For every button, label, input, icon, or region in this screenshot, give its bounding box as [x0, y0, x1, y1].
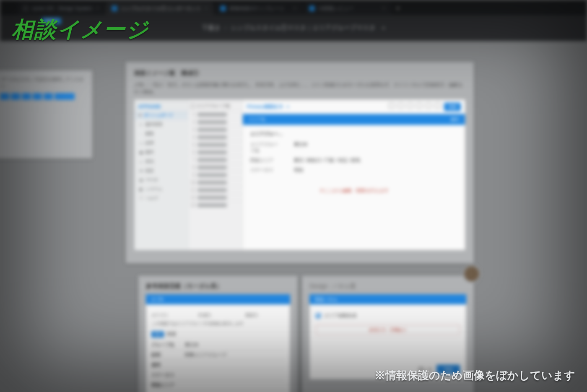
breadcrumb[interactable]: 下書き / シンプルスタイル①マスタ｜エリアグループマスタ ▾	[202, 24, 385, 32]
sidebar-item[interactable]: ◧システム	[135, 184, 188, 194]
dot-icon	[139, 114, 141, 117]
list-item[interactable]: 7	[188, 156, 242, 164]
sidebar-item-label: 案件	[145, 149, 154, 155]
doc-icon: ▭	[139, 141, 143, 145]
sidebar-item[interactable]: ◦顧客	[135, 129, 188, 138]
row-text-placeholder	[197, 135, 227, 139]
checkbox-icon[interactable]	[316, 313, 321, 318]
new-tab-button[interactable]: +	[392, 2, 404, 15]
chip	[44, 93, 53, 100]
tab-label: シンプルスタイル①コンポーネント	[121, 5, 201, 12]
detail-key: エリアグループ名	[250, 141, 282, 154]
close-icon[interactable]: ×	[382, 5, 385, 11]
row-index: 3	[191, 127, 195, 132]
help-icon: ?	[139, 196, 143, 201]
memo-body: 一覧の「表示」ボタンは削除対象の際のみ表示し、非表示時、上げる時に…。コスト削減…	[134, 82, 463, 94]
frame-panel-ref[interactable]: Design · パネル案 登録パネル エリア自動生成 必須入力・空欄あり 閉じ…	[302, 276, 474, 392]
list-item[interactable]: 6	[188, 148, 242, 156]
validation-outline: 必須入力・空欄あり	[316, 325, 460, 335]
browser-tab[interactable]: 業務画面UIテンプレート ×	[214, 2, 302, 15]
chevron-down-icon[interactable]: ▾	[287, 104, 289, 109]
list-item[interactable]: 8	[188, 164, 242, 171]
tab-label: some UIX · Design System	[32, 5, 92, 11]
register-button[interactable]: 登録	[444, 103, 461, 111]
browser-tab[interactable]: UI課題レビュー ×	[303, 2, 391, 15]
tab-label[interactable]: タブA	[151, 296, 163, 303]
user-icon: ◦	[139, 132, 143, 136]
chip	[33, 93, 42, 100]
sidebar-item[interactable]: ▤マスタ	[135, 175, 188, 184]
snippet-caption: データを入力して設定を保存してください	[0, 70, 92, 93]
list-item[interactable]: 2	[188, 118, 242, 126]
tab-label[interactable]: 登録パネル	[314, 296, 338, 303]
row-text-placeholder	[197, 203, 227, 207]
col-label: カテゴリ	[151, 312, 191, 318]
mock-main: Primary画面名 B ▾ 登録 エリア名	[243, 100, 465, 250]
toolbar-icon[interactable]	[416, 103, 422, 109]
browser-tab[interactable]: シンプルスタイル①コンポーネント ×	[106, 2, 213, 15]
sidebar-item[interactable]: ?ヘルプ	[135, 194, 188, 203]
row-text-placeholder	[197, 120, 227, 124]
toolbar-icon[interactable]	[407, 103, 413, 109]
mock-list: エリアグループ名 12345678910111213	[188, 100, 243, 250]
list-item[interactable]: 1	[188, 111, 242, 118]
sidebar-item[interactable]: ▣案件	[135, 148, 188, 157]
checkbox-icon[interactable]	[191, 104, 195, 108]
list-item[interactable]: 4	[188, 133, 242, 141]
row-index: 1	[191, 112, 195, 117]
row-text-placeholder	[197, 196, 227, 200]
row-index: 8	[191, 165, 195, 170]
sidebar-item[interactable]: ダッシュボード	[135, 111, 188, 120]
detail-key: 関連エリア	[250, 157, 282, 164]
chip	[11, 93, 20, 100]
tab-favicon	[112, 5, 117, 11]
sidebar-item[interactable]: ▭請求	[135, 138, 188, 148]
chip	[22, 93, 31, 100]
list-item[interactable]: 12	[188, 194, 242, 201]
row-key: 備考	[151, 362, 185, 368]
table-row: 備考	[151, 360, 285, 370]
toggle-line: 有効 検索	[151, 331, 285, 337]
frame-modal-ref[interactable]: 参考画面③案（モーダル系） タブA カテゴリ 作成日 更新日 この画面ではエリア…	[138, 276, 298, 392]
detail-row: ステータス有効	[250, 165, 457, 175]
list-item[interactable]: 9	[188, 171, 242, 179]
list-item[interactable]: 10	[188, 179, 242, 186]
frame-snippet[interactable]: データを入力して設定を保存してください	[0, 70, 92, 158]
list-item[interactable]: 13	[188, 201, 242, 209]
chip	[55, 93, 75, 100]
close-link[interactable]: 閉じる	[418, 366, 432, 373]
chevron-down-icon[interactable]: ▾	[382, 24, 385, 32]
toolbar-icon[interactable]	[435, 103, 441, 109]
toolbar-icon[interactable]	[389, 103, 395, 109]
row-index: 13	[191, 203, 195, 208]
row-index: 9	[191, 173, 195, 177]
detail-row: エリアグループ名東日本	[250, 140, 457, 156]
checkbox-row[interactable]: エリア自動生成	[316, 312, 460, 319]
frame-main-mock[interactable]: 画面イメージ案 構成① メモ： 一覧の「表示」ボタンは削除対象の際のみ表示し、非…	[126, 62, 474, 263]
sidebar-item-label: ヘルプ	[145, 195, 158, 201]
list-item[interactable]: 3	[188, 126, 242, 133]
list-item[interactable]: 11	[188, 186, 242, 194]
mock-detail: エリアグルー… エリアグループ名東日本 関連エリア東京 / 神奈川 / 千葉 /…	[243, 125, 465, 200]
detail-row: 関連エリア東京 / 神奈川 / 千葉 / 埼玉 / 群馬	[250, 156, 457, 165]
detail-title: エリアグルー…	[250, 131, 457, 137]
sidebar-item[interactable]: ⚙設定	[135, 166, 188, 175]
status-badge: 編集中	[42, 18, 61, 24]
close-icon[interactable]: ×	[205, 5, 208, 11]
row-val: 東日本	[185, 342, 199, 348]
folder-icon: ▣	[139, 150, 143, 155]
row-index: 4	[191, 135, 195, 140]
browser-tab[interactable]: some UIX · Design System ×	[17, 2, 105, 15]
sidebar-item[interactable]: ☺担当	[135, 157, 188, 166]
close-icon[interactable]: ×	[294, 5, 296, 11]
validation-text: 必須入力・空欄あり	[369, 327, 407, 333]
toolbar-icon[interactable]	[426, 103, 431, 109]
sidebar-item-label: 請求	[145, 140, 154, 146]
sidebar-item[interactable]: ≡案件管理	[135, 120, 188, 129]
close-icon[interactable]: ×	[96, 5, 99, 11]
toolbar-icon[interactable]	[398, 103, 404, 109]
frame-title: Design · パネル案	[309, 283, 466, 290]
submit-button[interactable]: 登録	[436, 365, 460, 374]
detail-value: 有効	[294, 167, 303, 173]
list-item[interactable]: 5	[188, 141, 242, 148]
